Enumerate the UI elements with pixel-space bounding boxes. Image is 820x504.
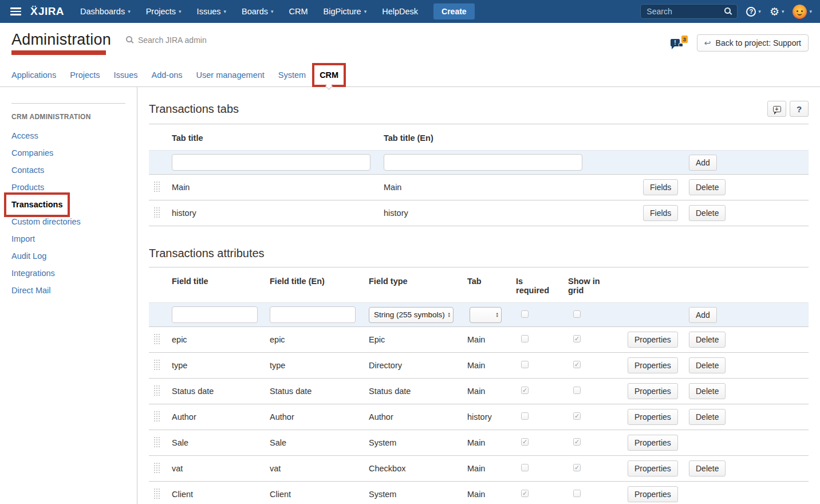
jira-logo-text: JIRA (38, 5, 64, 18)
nav-item[interactable]: Issues ▾ (197, 7, 226, 16)
admin-header-right: ! 3 ↩ Back to project: Support (671, 34, 809, 52)
new-field-title-input[interactable] (172, 306, 258, 323)
admin-tab[interactable]: User management (196, 70, 265, 80)
properties-button[interactable]: Properties (628, 357, 678, 373)
jira-logo[interactable]: Ẍ JIRA (30, 5, 64, 18)
new-show-in-grid-checkbox[interactable] (573, 310, 581, 318)
feedback-button[interactable]: + (767, 101, 786, 117)
user-menu[interactable]: ▾ (793, 5, 812, 19)
is-required-checkbox[interactable] (521, 438, 529, 446)
tab-cell: Main (467, 379, 516, 404)
nav-item[interactable]: Dashboards ▾ (80, 7, 131, 16)
sidebar-item[interactable]: Products (11, 183, 44, 192)
properties-button[interactable]: Properties (628, 435, 678, 451)
drag-handle-icon[interactable] (153, 411, 160, 422)
global-search-input[interactable]: Search (640, 4, 738, 19)
avatar (793, 5, 807, 19)
admin-tab[interactable]: Issues (114, 70, 138, 80)
nav-item[interactable]: CRM (289, 7, 308, 16)
show-in-grid-checkbox[interactable] (573, 438, 581, 446)
delete-attribute-button[interactable]: Delete (689, 357, 726, 373)
properties-button[interactable]: Properties (628, 486, 678, 502)
sidebar-item[interactable]: Audit Log (11, 251, 46, 261)
nav-item[interactable]: Boards ▾ (242, 7, 273, 16)
is-required-checkbox[interactable] (521, 412, 529, 420)
sidebar-item[interactable]: Integrations (11, 269, 55, 278)
app-switcher-icon[interactable] (10, 7, 21, 15)
is-required-checkbox[interactable] (521, 387, 529, 394)
delete-attribute-button[interactable]: Delete (689, 332, 726, 348)
speech-bubble-small-icon (679, 43, 683, 47)
drag-handle-icon[interactable] (153, 207, 160, 218)
main-area: CRM ADMINISTRATION Access Companies Cont… (0, 87, 820, 504)
help-button[interactable]: ? (790, 101, 809, 117)
sidebar-item[interactable]: Direct Mail (11, 286, 50, 296)
nav-item[interactable]: HelpDesk (382, 7, 418, 16)
tab-cell: Main (467, 353, 516, 379)
fields-button[interactable]: Fields (643, 179, 678, 195)
show-in-grid-checkbox[interactable] (573, 412, 581, 420)
add-tab-button[interactable]: Add (689, 155, 717, 171)
admin-tab[interactable]: System (278, 70, 306, 80)
properties-button[interactable]: Properties (628, 460, 678, 477)
admin-tab[interactable]: Add-ons (152, 70, 183, 80)
feedback-notification-icon[interactable]: ! 3 (671, 36, 688, 51)
properties-button[interactable]: Properties (628, 383, 678, 399)
add-attribute-button[interactable]: Add (689, 307, 717, 323)
jira-logo-mark-icon: Ẍ (30, 5, 38, 18)
field-type-cell: System (369, 430, 467, 456)
admin-tab[interactable]: CRM (320, 70, 338, 80)
settings-menu[interactable]: ⚙ ▾ (770, 6, 784, 17)
sidebar-item[interactable]: Companies (11, 148, 53, 158)
field-type-cell: Author (369, 404, 467, 430)
new-field-title-en-input[interactable] (270, 306, 356, 323)
nav-item[interactable]: BigPicture ▾ (324, 7, 367, 16)
is-required-checkbox[interactable] (521, 464, 529, 471)
show-in-grid-checkbox[interactable] (573, 490, 581, 497)
delete-tab-button[interactable]: Delete (689, 179, 726, 195)
sidebar-item[interactable]: Access (11, 131, 38, 141)
drag-handle-icon[interactable] (153, 181, 160, 192)
help-menu[interactable]: ? ▾ (746, 7, 761, 17)
sidebar-item[interactable]: Contacts (11, 166, 44, 175)
drag-handle-icon[interactable] (153, 385, 160, 396)
nav-item-label: Boards (242, 7, 268, 16)
show-in-grid-checkbox[interactable] (573, 335, 581, 342)
show-in-grid-checkbox[interactable] (573, 361, 581, 368)
drag-handle-icon[interactable] (153, 436, 160, 447)
delete-tab-button[interactable]: Delete (689, 205, 726, 221)
properties-button[interactable]: Properties (628, 332, 678, 348)
new-tab-title-input[interactable] (172, 154, 370, 171)
properties-button[interactable]: Properties (628, 409, 678, 425)
admin-tab[interactable]: Applications (11, 70, 56, 80)
admin-tab[interactable]: Projects (70, 70, 100, 80)
drag-handle-icon[interactable] (153, 359, 160, 370)
delete-attribute-button[interactable]: Delete (689, 409, 726, 425)
admin-tab-label: Applications (11, 70, 56, 80)
field-type-cell: Status date (369, 379, 467, 404)
sidebar-item[interactable]: Import (11, 234, 35, 244)
drag-handle-icon[interactable] (153, 462, 160, 473)
create-button[interactable]: Create (433, 3, 475, 19)
is-required-checkbox[interactable] (521, 335, 529, 342)
fields-button[interactable]: Fields (643, 205, 678, 221)
drag-handle-icon[interactable] (153, 488, 160, 499)
show-in-grid-checkbox[interactable] (573, 464, 581, 471)
select-stepper-icon: ▲▼ (448, 312, 451, 318)
drag-handle-icon[interactable] (153, 333, 160, 344)
admin-search-input[interactable]: Search JIRA admin (126, 36, 207, 45)
new-is-required-checkbox[interactable] (521, 310, 529, 318)
delete-attribute-button[interactable]: Delete (689, 460, 726, 477)
is-required-checkbox[interactable] (521, 361, 529, 368)
delete-attribute-button[interactable]: Delete (689, 383, 726, 399)
sidebar-item[interactable]: Transactions (11, 200, 62, 210)
attribute-row: Sale Sale System Main Properties (149, 430, 809, 456)
back-to-project-button[interactable]: ↩ Back to project: Support (697, 34, 809, 52)
tab-select[interactable]: ▲▼ (470, 307, 502, 323)
sidebar-item[interactable]: Custom directories (11, 217, 81, 227)
nav-item[interactable]: Projects ▾ (146, 7, 182, 16)
is-required-checkbox[interactable] (521, 490, 529, 497)
field-type-select[interactable]: String (255 symbols) ▲▼ (369, 307, 454, 323)
new-tab-title-en-input[interactable] (384, 154, 582, 171)
show-in-grid-checkbox[interactable] (573, 387, 581, 394)
